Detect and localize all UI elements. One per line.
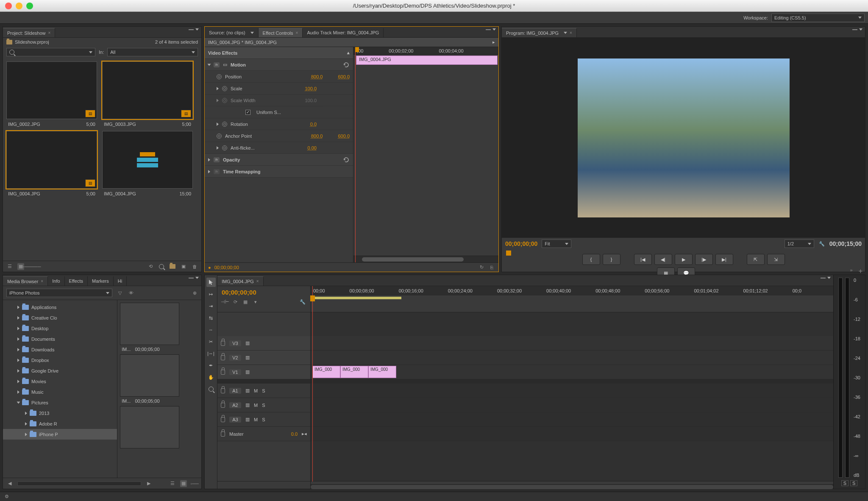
folder-node[interactable]: iPhone P [3,429,117,440]
effect-controls-tab[interactable]: Effect Controls× [259,28,303,37]
settings-icon[interactable]: 🔧 [818,240,825,247]
loop-icon[interactable]: ↻ [478,264,485,271]
sync-lock-icon[interactable]: ▥ [245,340,250,346]
audio-lane[interactable] [311,412,833,427]
folder-node[interactable]: Google Drive [3,365,117,376]
project-clip[interactable]: ▤IMG_0002.JPG5;00 [5,60,99,128]
folder-node[interactable]: 2013 [3,408,117,418]
track-name[interactable]: A2 [229,402,241,408]
folder-node[interactable]: Downloads [3,344,117,355]
scrollbar[interactable] [17,482,141,486]
disclose-icon[interactable] [17,337,19,341]
filter-icon[interactable]: ▽ [117,289,123,296]
drive-select[interactable]: iPhone Photos [6,289,112,297]
timeline-playhead[interactable] [312,286,313,482]
resolution-select[interactable]: 1/2 [785,239,814,248]
track-name[interactable]: V2 [229,355,241,361]
markers-tab[interactable]: Markers [88,276,114,286]
timeline-timecode[interactable]: 00;00;00;00 [222,289,306,296]
panel-menu-icon[interactable] [189,277,199,279]
info-tab[interactable]: Info [48,276,64,286]
disclose-icon[interactable] [17,348,19,351]
timeline-ruler[interactable]: 00;0000;00;08;0000;00;16;0000;00;24;0000… [311,286,833,295]
effect-timeline[interactable]: ;00 00;00;02;00 00;00;04;00 IMG_0004.JPG [353,47,498,262]
program-timecode-left[interactable]: 00;00;00;00 [505,240,537,247]
video-lane[interactable] [311,351,833,365]
lock-icon[interactable] [221,370,225,375]
position-x[interactable]: 800.0 [311,74,323,79]
panel-menu-icon[interactable] [189,28,199,31]
folder-node[interactable]: Movies [3,376,117,387]
disclose-icon[interactable] [17,401,20,404]
lock-icon[interactable] [221,417,225,422]
playhead[interactable] [355,47,356,262]
folder-node[interactable]: Documents [3,334,117,344]
folder-node[interactable]: Desktop [3,323,117,334]
linked-selection-icon[interactable]: ▦ [242,298,249,305]
project-search[interactable] [6,48,95,56]
disclose-icon[interactable] [17,369,19,373]
master-track[interactable]: Master0.0▸◂ [217,427,310,441]
track-header[interactable]: A2▥MS [217,398,310,412]
program-monitor[interactable] [502,38,865,238]
status-icon[interactable]: ⚙ [3,493,10,500]
lock-icon[interactable] [221,403,225,408]
close-icon[interactable]: × [296,31,298,35]
track-header[interactable]: V1▥ [217,365,310,379]
uniform-scale[interactable]: Uniform S... [205,106,353,118]
find-icon[interactable] [158,263,165,270]
media-browser-tab[interactable]: Media Browser× [3,276,48,286]
disclose-icon[interactable] [25,422,27,426]
sync-lock-icon[interactable]: ▥ [245,417,250,422]
keyframe-toggle[interactable] [217,74,222,79]
solo-left[interactable]: S [841,480,849,486]
zoom-slider[interactable]: ◦── [191,480,198,487]
disclose-icon[interactable] [17,306,19,309]
track-header[interactable]: V2▥ [217,351,310,365]
track-header[interactable]: V3▥ [217,336,310,351]
mark-in-button[interactable]: { [582,254,600,265]
close-icon[interactable]: × [41,279,43,284]
disclose-icon[interactable] [17,316,19,320]
history-tab[interactable]: Hi [114,276,127,286]
playhead-icon[interactable] [506,250,511,256]
work-area-bar[interactable] [311,295,833,301]
play-button[interactable]: ▶ [675,254,693,265]
list-view-icon[interactable]: ☰ [169,480,176,487]
track-name[interactable]: V3 [229,340,241,346]
track-header[interactable]: A3▥MS [217,412,310,427]
track-name[interactable]: A1 [229,388,241,394]
rotation-value[interactable]: 0.0 [310,122,317,127]
lock-icon[interactable] [221,388,225,393]
sync-lock-icon[interactable]: ▥ [245,355,250,360]
workspace-select[interactable]: Editing (CS5.5) [771,14,865,22]
thumb-view-icon[interactable]: ▦ [180,480,187,487]
sync-lock-icon[interactable]: ▥ [245,402,250,408]
video-lane[interactable]: IMG_000IMG_000IMG_000 [311,365,833,379]
project-clip[interactable]: ▤IMG_0004.JPG5;00 [5,129,99,197]
fx-icon[interactable]: fx [214,157,220,162]
close-icon[interactable]: × [570,31,572,35]
new-bin-icon[interactable] [169,263,176,270]
effect-timecode[interactable]: 00;00;00;00 [214,265,239,270]
project-clip[interactable]: IMG_0004.JPG15;00 [100,129,195,197]
solo-button[interactable]: S [262,388,265,393]
program-tab[interactable]: Program: IMG_0004.JPG× [502,28,577,37]
ripple-edit-tool[interactable]: ⇥ [206,301,216,311]
reset-icon[interactable] [343,157,350,163]
effect-ruler[interactable]: ;00 00;00;02;00 00;00;04;00 [353,47,498,55]
track-lanes[interactable]: IMG_000IMG_000IMG_000 [311,312,833,481]
effect-scrollbar[interactable] [353,256,498,262]
disclose-icon[interactable] [25,433,27,436]
disclose-icon[interactable] [25,412,27,415]
timeline-scrollbar[interactable] [311,484,833,490]
close-icon[interactable]: × [256,279,259,284]
media-item[interactable] [120,406,199,451]
track-header[interactable]: A1▥MS [217,384,310,398]
reset-icon[interactable] [343,62,350,68]
opacity-group[interactable]: fxOpacity [205,154,353,166]
sync-lock-icon[interactable]: ▥ [245,388,250,393]
new-item-icon[interactable]: ▣ [180,263,187,270]
solo-button[interactable]: S [262,417,265,422]
panel-menu-icon[interactable] [486,28,496,31]
